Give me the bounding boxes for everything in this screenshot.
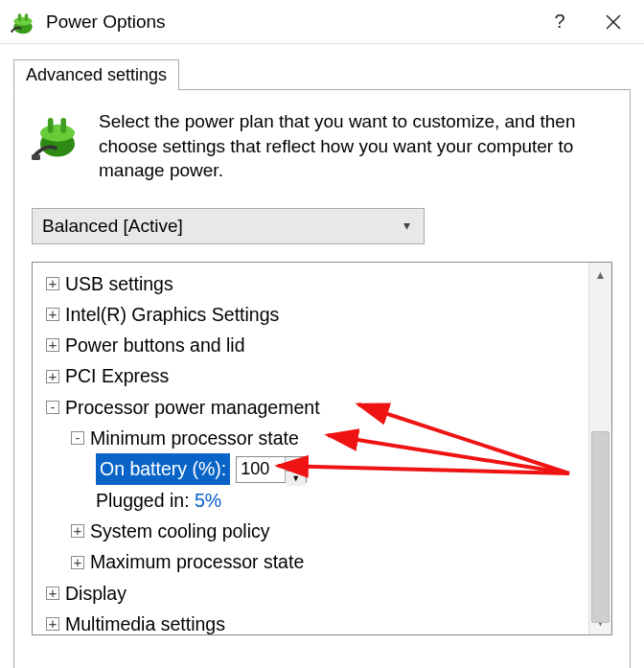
close-icon — [606, 14, 621, 30]
svg-rect-9 — [60, 118, 66, 133]
expand-icon[interactable]: + — [46, 587, 59, 600]
scroll-track[interactable] — [589, 288, 611, 610]
window-title: Power Options — [46, 12, 533, 33]
expand-icon[interactable]: + — [46, 370, 59, 383]
intro-text: Select the power plan that you want to c… — [99, 109, 612, 183]
expand-icon[interactable]: + — [46, 338, 59, 352]
tree-label: Maximum processor state — [90, 546, 304, 577]
svg-rect-8 — [48, 118, 54, 133]
spinner-down[interactable]: ▼ — [286, 472, 306, 486]
tree-item-on-battery[interactable]: On battery (%): 100 ▲ ▼ — [38, 453, 583, 485]
collapse-icon[interactable]: - — [46, 401, 59, 414]
intro-section: Select the power plan that you want to c… — [32, 109, 612, 183]
on-battery-spinner[interactable]: 100 ▲ ▼ — [236, 456, 307, 483]
power-plan-dropdown[interactable]: Balanced [Active] ▾ — [32, 208, 425, 244]
settings-tree-container: + USB settings + Intel(R) Graphics Setti… — [32, 262, 612, 635]
spinner-arrows: ▲ ▼ — [285, 457, 306, 482]
svg-point-7 — [40, 125, 75, 142]
tree-label: Intel(R) Graphics Settings — [65, 299, 279, 330]
expand-icon[interactable]: + — [46, 277, 59, 290]
tab-advanced-settings[interactable]: Advanced settings — [13, 59, 179, 91]
tree-label: Display — [65, 578, 126, 609]
selected-label: On battery (%): — [96, 453, 230, 485]
close-button[interactable] — [586, 0, 640, 44]
app-icon — [10, 9, 36, 35]
expand-icon[interactable]: + — [71, 524, 84, 538]
tree-item-display[interactable]: + Display — [38, 578, 583, 609]
scroll-thumb[interactable] — [591, 431, 610, 623]
tab-content: Select the power plan that you want to c… — [13, 89, 631, 668]
tree-item-plugged-in[interactable]: Plugged in: 5% — [38, 485, 583, 516]
help-button[interactable]: ? — [533, 0, 586, 44]
collapse-icon[interactable]: - — [71, 431, 84, 445]
svg-rect-3 — [25, 13, 29, 21]
tree-item-cooling-policy[interactable]: + System cooling policy — [38, 516, 583, 546]
spinner-up[interactable]: ▲ — [286, 457, 306, 472]
tree-item-processor-power[interactable]: - Processor power management — [38, 392, 583, 423]
expand-icon[interactable]: + — [46, 617, 59, 631]
tree-label: Power buttons and lid — [65, 330, 245, 360]
plugged-in-value[interactable]: 5% — [195, 485, 221, 516]
svg-point-1 — [13, 16, 32, 25]
tab-strip: Advanced settings — [0, 44, 644, 90]
power-plan-selected: Balanced [Active] — [42, 216, 183, 237]
tree-item-max-processor-state[interactable]: + Maximum processor state — [38, 546, 583, 577]
tree-label: USB settings — [65, 268, 173, 299]
tree-label: System cooling policy — [90, 516, 270, 546]
chevron-down-icon: ▾ — [403, 218, 410, 233]
tree-label: Minimum processor state — [90, 423, 299, 453]
expand-icon[interactable]: + — [71, 556, 84, 569]
tree-label: PCI Express — [65, 360, 169, 391]
power-icon — [32, 109, 83, 161]
scrollbar-vertical[interactable]: ▲ ▼ — [588, 263, 611, 634]
tree-item-min-processor-state[interactable]: - Minimum processor state — [38, 423, 583, 453]
settings-tree[interactable]: + USB settings + Intel(R) Graphics Setti… — [33, 263, 588, 634]
tree-item-pci-express[interactable]: + PCI Express — [38, 360, 583, 391]
tree-item-usb[interactable]: + USB settings — [38, 268, 583, 299]
on-battery-value[interactable]: 100 — [237, 457, 285, 482]
title-bar: Power Options ? — [0, 0, 644, 44]
expand-icon[interactable]: + — [46, 308, 59, 321]
svg-rect-10 — [32, 154, 40, 160]
tree-label: Processor power management — [65, 392, 320, 423]
tree-item-power-buttons[interactable]: + Power buttons and lid — [38, 330, 583, 360]
svg-rect-2 — [18, 13, 22, 21]
tree-label: Multimedia settings — [65, 609, 225, 634]
tree-label: Plugged in: — [96, 485, 190, 516]
scroll-up-button[interactable]: ▲ — [589, 263, 611, 288]
tree-item-multimedia[interactable]: + Multimedia settings — [38, 609, 583, 634]
tree-item-intel-graphics[interactable]: + Intel(R) Graphics Settings — [38, 299, 583, 330]
